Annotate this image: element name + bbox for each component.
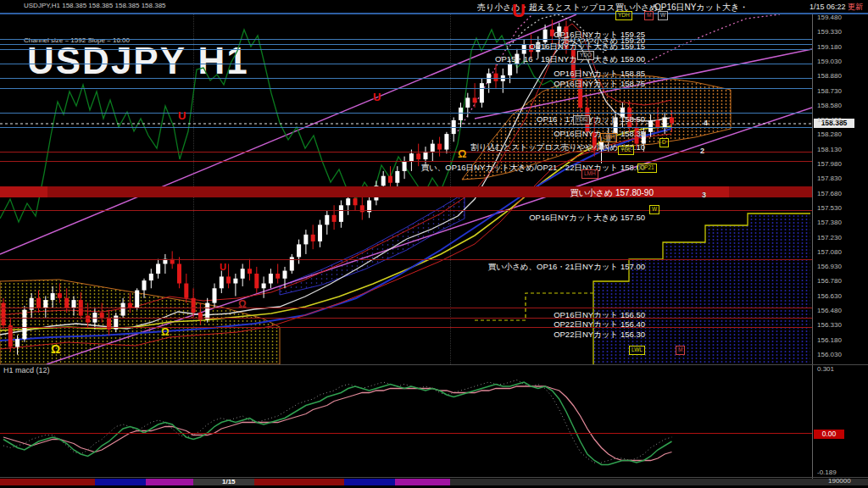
- price-axis-label: 156.030: [817, 351, 842, 358]
- op-level-line: [0, 259, 812, 260]
- signal-marker: Ω: [458, 148, 466, 159]
- candle-body: [403, 161, 407, 171]
- signal-marker: U: [512, 2, 526, 20]
- candle-body: [508, 64, 512, 75]
- candle-body: [2, 303, 6, 326]
- op-level-annotation: 買い小さめ、OP16・21日NYカット 157.00: [487, 262, 645, 273]
- signal-marker: Ω: [51, 343, 60, 355]
- candle-body: [416, 153, 420, 159]
- op-level-line: [0, 152, 812, 152]
- price-axis-label: 159.180: [817, 43, 842, 51]
- signal-marker: 4: [704, 119, 708, 127]
- price-axis-label: 158.580: [817, 102, 842, 109]
- candle-body: [648, 120, 653, 132]
- period-box-ydl: YDL: [618, 146, 634, 155]
- price-axis-label: 158.280: [817, 130, 842, 138]
- candle-body: [424, 152, 428, 159]
- candle-body: [72, 300, 76, 308]
- candle-body: [100, 313, 104, 318]
- session-segment: [146, 479, 193, 485]
- period-box-d: D: [659, 138, 669, 147]
- price-axis-label: 159.030: [817, 58, 842, 65]
- order-note-right: OP16日NYカット大き・: [654, 2, 748, 14]
- macd-alt-line: [3, 380, 672, 463]
- macd-axis-top: 0.301: [817, 365, 834, 373]
- candle-body: [465, 97, 470, 108]
- candle-body: [480, 83, 484, 103]
- candle-body: [275, 274, 280, 279]
- candle-body: [43, 300, 47, 308]
- price-axis-label: 156.330: [817, 321, 842, 329]
- session-segment: [95, 479, 146, 485]
- candle-body: [339, 205, 343, 222]
- session-segment: [0, 479, 95, 485]
- candle-body: [269, 274, 273, 284]
- candle-body: [22, 310, 26, 340]
- price-axis[interactable]: 158.385 0.301 0.00 -0.189 159.480159.330…: [812, 14, 868, 485]
- session-segment: [395, 479, 450, 485]
- price-axis-label: 157.080: [817, 248, 842, 256]
- signal-marker: U: [373, 92, 381, 103]
- candle-body: [543, 30, 548, 42]
- op-level-line: [0, 88, 812, 89]
- candle-body: [177, 263, 181, 283]
- updated-word: 更新: [848, 3, 863, 11]
- candle-body: [381, 176, 386, 186]
- op-level-annotation: OP22日NYカット 156.30: [554, 330, 645, 341]
- op-level-line: [0, 44, 812, 45]
- session-bar: [0, 479, 868, 485]
- period-box-lwh: LWH: [600, 133, 617, 142]
- updated-time: 1/15 06:22: [810, 3, 846, 11]
- price-axis-label: 156.480: [817, 307, 842, 314]
- candle-body: [184, 284, 188, 298]
- price-axis-label: 156.630: [817, 292, 842, 300]
- candle-body: [655, 120, 659, 127]
- candle-body: [262, 284, 266, 289]
- candle-body: [346, 198, 350, 205]
- candle-body: [121, 303, 125, 316]
- op-level-annotation: OP15・16・19日NYカット大きめ 159.00: [495, 54, 645, 65]
- candle-body: [149, 274, 153, 280]
- op-level-line: [0, 39, 812, 40]
- candle-body: [64, 298, 69, 308]
- candle-body: [36, 298, 41, 308]
- op-level-line: [0, 49, 812, 50]
- macd-canvas: [0, 364, 812, 477]
- candle-body: [226, 276, 231, 283]
- signal-marker: Ω: [238, 299, 247, 309]
- period-box-op21: OP21: [637, 164, 657, 173]
- op-level-line: [0, 318, 812, 319]
- candle-body: [437, 144, 442, 150]
- symbol-ohlc-readout: USDJPY,H1 158.385 158.385 158.385 158.38…: [24, 2, 166, 9]
- candle-body: [241, 269, 245, 279]
- period-box-w: W: [649, 205, 659, 214]
- period-box-w: W: [658, 11, 668, 20]
- candle-body: [283, 271, 287, 279]
- candle-body: [51, 293, 55, 300]
- op-level-line: [0, 127, 812, 128]
- op-level-line: [0, 308, 812, 308]
- top-info-bar: USDJPY,H1 158.385 158.385 158.385 158.38…: [0, 0, 868, 13]
- op-level-annotation: OP16・17日NYカット 158.50: [537, 114, 645, 125]
- candle-body: [254, 274, 259, 288]
- candle-body: [444, 134, 448, 149]
- period-box-lwl: LWL: [629, 346, 645, 355]
- candle-body: [248, 269, 252, 274]
- period-box-ydh: YDH: [615, 11, 632, 20]
- candle-body: [473, 97, 477, 103]
- price-axis-label: 159.480: [817, 14, 842, 21]
- chart-surface[interactable]: Channel size = 1592 Slope = 16.00 USDJPY…: [0, 14, 812, 364]
- price-axis-label: 158.880: [817, 72, 842, 80]
- mt4-chart-window: USDJPY,H1 158.385 158.385 158.385 158.38…: [0, 0, 868, 488]
- candle-body: [459, 108, 463, 120]
- candle-body: [409, 153, 414, 161]
- candle-body: [325, 215, 329, 225]
- op-level-annotation: OP16日NYカット 158.75: [554, 79, 645, 90]
- macd-zero-tag: 0.00: [814, 430, 844, 439]
- period-box-lmh: LMH: [581, 169, 598, 179]
- ichimoku-clouds: [0, 75, 810, 364]
- price-axis-label: 157.380: [817, 219, 842, 226]
- macd-zero-line: [0, 433, 812, 434]
- candle-body: [86, 316, 90, 323]
- buy-zone-band-left: [0, 186, 47, 197]
